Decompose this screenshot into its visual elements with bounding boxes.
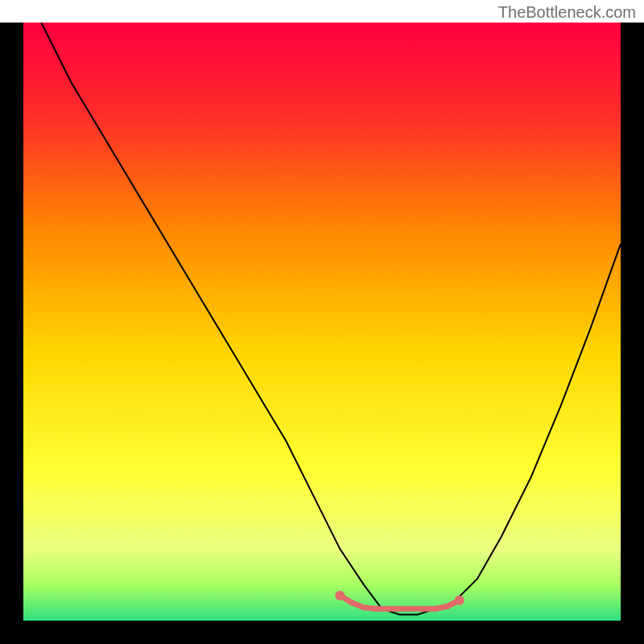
optimal-range-marker <box>397 606 402 612</box>
optimal-range-endpoint <box>335 591 345 601</box>
chart-svg <box>23 23 621 621</box>
optimal-range-marker <box>421 606 427 612</box>
optimal-range-marker <box>444 604 450 609</box>
optimal-range-marker <box>385 606 390 612</box>
chart-frame <box>0 23 644 644</box>
gradient-background <box>23 23 621 621</box>
plot-area <box>23 23 621 621</box>
optimal-range-marker <box>349 600 355 605</box>
optimal-range-marker <box>361 605 366 610</box>
optimal-range-marker <box>373 606 378 612</box>
optimal-range-marker <box>409 606 415 612</box>
optimal-range-endpoint <box>455 596 464 605</box>
watermark-text: TheBottleneck.com <box>498 3 636 22</box>
optimal-range-marker <box>432 606 438 612</box>
